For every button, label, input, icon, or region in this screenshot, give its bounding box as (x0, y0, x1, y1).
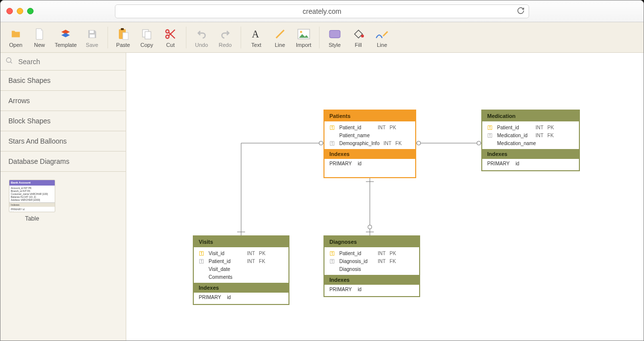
undo-label: Undo (195, 42, 208, 48)
entity-patients[interactable]: Patients ⚿ Patient_id INT PK ⚿ Patient_n… (323, 110, 416, 178)
toolbar: Open New Template Save Paste (0, 22, 644, 53)
column-row: ⚿ Diagnosis_id INT FK (329, 257, 414, 265)
cut-button[interactable]: Cut (159, 24, 182, 51)
redo-label: Redo (218, 42, 231, 48)
column-row: ⚿ Patient_id INT PK (487, 123, 574, 131)
toolbar-divider (186, 27, 186, 48)
toolbar-divider (319, 27, 320, 48)
line-style-button[interactable]: Line (371, 24, 394, 51)
column-row: ⚿ Patient_id INT PK (329, 249, 414, 257)
fill-button[interactable]: Fill (347, 24, 370, 51)
minimize-icon[interactable] (17, 8, 23, 14)
index-row: PRIMARY id (324, 159, 415, 170)
column-row: ⚿ Medication_name (487, 139, 574, 147)
address-bar[interactable]: creately.com (115, 4, 529, 18)
file-icon (33, 27, 46, 41)
entity-diagnoses[interactable]: Diagnoses ⚿ Patient_id INT PK ⚿ Diagnosi… (323, 235, 420, 297)
key-icon: ⚿ (199, 266, 205, 272)
sidebar-item-basic-shapes[interactable]: Basic Shapes (0, 71, 126, 91)
redo-icon (218, 27, 232, 41)
scissors-icon (164, 27, 178, 41)
svg-rect-0 (90, 31, 94, 33)
column-row: ⚿ Patient_name (329, 131, 410, 139)
column-row: ⚿ Medication_id INT FK (487, 131, 574, 139)
key-icon: ⚿ (487, 141, 493, 146)
style-label: Style (328, 42, 340, 48)
entity-title: Medication (482, 111, 579, 121)
svg-rect-1 (90, 35, 95, 38)
entity-title: Diagnoses (324, 236, 419, 247)
text-icon: A (250, 27, 263, 41)
paste-button[interactable]: Paste (112, 24, 135, 51)
text-button[interactable]: A Text (245, 24, 268, 51)
indexes-header: Indexes (324, 275, 419, 285)
table-thumb-preview: Bank Account Account_id INT PK Branch_id… (9, 180, 55, 212)
sidebar-item-arrows[interactable]: Arrows (0, 91, 126, 111)
close-icon[interactable] (6, 8, 13, 14)
line-tool-button[interactable]: Line (269, 24, 291, 51)
entity-medication[interactable]: Medication ⚿ Patient_id INT PK ⚿ Medicat… (481, 110, 580, 171)
svg-point-22 (417, 141, 421, 145)
canvas[interactable]: Patients ⚿ Patient_id INT PK ⚿ Patient_n… (126, 53, 644, 341)
undo-button[interactable]: Undo (190, 24, 213, 51)
copy-button[interactable]: Copy (136, 24, 158, 51)
reload-icon[interactable] (517, 6, 525, 16)
search-input[interactable] (17, 57, 121, 66)
open-label: Open (9, 42, 23, 48)
index-row: PRIMARY id (482, 159, 579, 170)
entity-columns: ⚿ Patient_id INT PK ⚿ Patient_name ⚿ Dem… (324, 121, 415, 149)
svg-line-16 (10, 62, 12, 63)
svg-point-14 (361, 35, 364, 38)
redo-button[interactable]: Redo (214, 24, 237, 51)
new-button[interactable]: New (28, 24, 51, 51)
svg-rect-3 (121, 28, 124, 30)
key-icon: ⚿ (329, 266, 335, 272)
paste-icon (116, 27, 130, 41)
new-label: New (34, 42, 45, 48)
sidebar-item-database-diagrams[interactable]: Database Diagrams (0, 152, 126, 172)
sidebar-item-stars-balloons[interactable]: Stars And Balloons (0, 131, 126, 152)
titlebar: creately.com (0, 0, 644, 22)
window-controls (6, 8, 34, 14)
svg-rect-13 (329, 30, 340, 38)
svg-point-15 (6, 58, 11, 62)
column-row: ⚿ Comments (199, 273, 284, 281)
browser-window: creately.com Open New Template (0, 0, 644, 341)
svg-point-7 (166, 30, 169, 33)
template-button[interactable]: Template (52, 24, 80, 51)
template-icon (59, 27, 72, 41)
entity-title: Patients (324, 111, 415, 121)
save-button[interactable]: Save (81, 24, 104, 51)
table-shape-thumb[interactable]: Bank Account Account_id INT PK Branch_id… (8, 180, 56, 222)
svg-line-10 (276, 30, 284, 38)
sidebar: Basic Shapes Arrows Block Shapes Stars A… (0, 53, 126, 341)
cut-label: Cut (166, 42, 175, 48)
fill-label: Fill (355, 42, 362, 48)
key-icon: ⚿ (329, 125, 335, 130)
key-icon: ⚿ (199, 259, 205, 264)
toolbar-divider (107, 27, 108, 48)
import-button[interactable]: Import (292, 24, 315, 51)
indexes-header: Indexes (194, 283, 288, 293)
svg-rect-6 (145, 32, 151, 39)
style-button[interactable]: Style (323, 24, 346, 51)
indexes-header: Indexes (324, 149, 415, 159)
zoom-icon[interactable] (27, 8, 34, 14)
line-style-label: Line (377, 42, 387, 48)
pencil-line-icon (375, 27, 389, 41)
entity-visits[interactable]: Visits ⚿ Visit_id INT PK ⚿ Patient_id IN… (193, 235, 289, 305)
column-row: ⚿ Visit_date (199, 265, 284, 273)
open-button[interactable]: Open (4, 24, 27, 51)
svg-point-23 (477, 141, 481, 145)
toolbar-divider (241, 27, 241, 48)
search-box[interactable] (0, 53, 126, 71)
svg-text:A: A (251, 29, 259, 39)
column-row: ⚿ Diagnosis (329, 265, 414, 273)
style-icon (328, 27, 342, 41)
svg-point-17 (319, 141, 323, 145)
sidebar-item-block-shapes[interactable]: Block Shapes (0, 111, 126, 131)
svg-point-8 (166, 35, 169, 38)
template-label: Template (55, 42, 77, 48)
entity-columns: ⚿ Patient_id INT PK ⚿ Medication_id INT … (482, 121, 579, 149)
entity-columns: ⚿ Visit_id INT PK ⚿ Patient_id INT FK ⚿ … (194, 247, 288, 283)
